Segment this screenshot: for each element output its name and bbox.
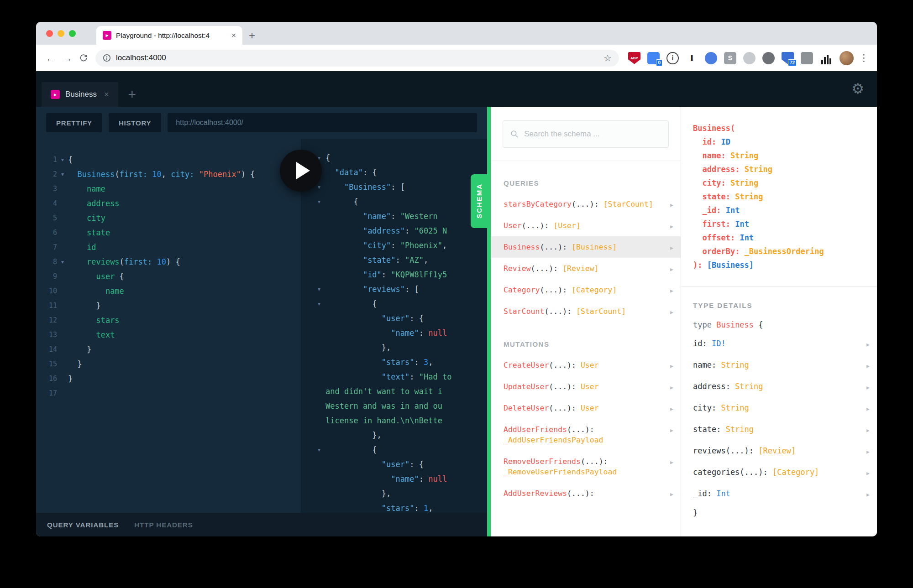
fold-caret-icon[interactable]: ▾ xyxy=(57,156,68,163)
reload-button[interactable] xyxy=(75,50,92,66)
type-field-categories[interactable]: categories(...): [Category]▸ xyxy=(681,462,877,483)
globe-extension-icon[interactable] xyxy=(705,52,717,64)
blue-doc-extension-icon[interactable]: 0 xyxy=(647,52,660,64)
adblock-plus-icon[interactable]: ABP xyxy=(628,52,640,64)
line-number: 9 xyxy=(36,272,57,281)
line-number: 16 xyxy=(36,375,57,383)
type-field-state[interactable]: state: String▸ xyxy=(681,419,877,440)
chevron-right-icon: ▸ xyxy=(670,457,673,468)
zoom-button[interactable] xyxy=(69,30,76,37)
fold-caret-icon[interactable]: ▾ xyxy=(57,259,68,265)
field-signature: Business( id: ID name: String address: S… xyxy=(681,107,877,287)
line-number: 1 xyxy=(36,156,57,164)
briefcase-extension-icon[interactable] xyxy=(801,52,813,64)
fold-caret-icon[interactable]: ▾ xyxy=(57,171,68,177)
site-info-icon[interactable] xyxy=(103,54,111,62)
query-code-line: 16} xyxy=(36,371,301,386)
schema-search-box[interactable] xyxy=(503,120,669,148)
moon-extension-icon[interactable] xyxy=(762,52,775,64)
bookmark-star-icon[interactable]: ☆ xyxy=(603,52,612,63)
profile-avatar[interactable] xyxy=(840,51,854,65)
result-code-line: "text": "Had to xyxy=(301,369,487,384)
browser-menu-icon[interactable]: ⋮ xyxy=(859,52,869,63)
schema-tab-button[interactable]: SCHEMA xyxy=(471,174,487,228)
line-number: 15 xyxy=(36,360,57,368)
schema-field-StarCount[interactable]: StarCount(...): [StarCount]▸ xyxy=(491,301,681,322)
type-field-city[interactable]: city: String▸ xyxy=(681,397,877,419)
http-headers-toggle[interactable]: HTTP HEADERS xyxy=(134,521,193,529)
close-button[interactable] xyxy=(46,30,53,37)
query-editor[interactable]: 1▾{2▾ Business(first: 10, city: "Phoenix… xyxy=(36,139,301,513)
line-number: 10 xyxy=(36,287,57,295)
result-code-line: "user": { xyxy=(301,311,487,326)
fold-caret-icon[interactable]: ▾ xyxy=(313,301,325,307)
result-code-line: "id": "KQPW8lFf1y5 xyxy=(301,267,487,282)
chevron-right-icon: ▸ xyxy=(670,243,673,253)
fold-caret-icon[interactable]: ▾ xyxy=(313,447,325,453)
playground-main: PRETTIFY HISTORY http://localhost:4000/ … xyxy=(36,107,877,536)
execute-query-button[interactable] xyxy=(280,150,322,192)
chevron-right-icon: ▸ xyxy=(670,264,673,275)
settings-gear-icon[interactable]: ⚙ xyxy=(851,80,864,97)
search-input[interactable] xyxy=(524,130,661,139)
browser-tab[interactable]: ▸ Playground - http://localhost:4 × xyxy=(96,26,242,45)
playground-tab-close-icon[interactable]: × xyxy=(104,90,109,99)
forward-button[interactable]: → xyxy=(59,50,75,66)
schema-panel-edge xyxy=(487,107,491,536)
prettify-button[interactable]: PRETTIFY xyxy=(46,113,102,132)
endpoint-url-field[interactable]: http://localhost:4000/ xyxy=(168,113,477,132)
signature-line: address: String xyxy=(693,162,868,176)
type-field-id[interactable]: id: ID!▸ xyxy=(681,333,877,354)
type-field-address[interactable]: address: String▸ xyxy=(681,376,877,397)
tab-close-icon[interactable]: × xyxy=(231,31,236,40)
history-button[interactable]: HISTORY xyxy=(109,113,161,132)
signature-line: _id: Int xyxy=(693,203,868,217)
info-extension-icon[interactable]: i xyxy=(666,52,679,64)
playground-tab-business[interactable]: ▸ Business × xyxy=(42,82,118,107)
type-closing-brace: } xyxy=(681,505,877,521)
schema-field-Business[interactable]: Business(...): [Business]▸ xyxy=(491,236,681,258)
type-details-header: TYPE DETAILS xyxy=(693,302,865,309)
schema-field-AddUserReviews[interactable]: AddUserReviews(...):▸ xyxy=(491,483,681,504)
type-field-name[interactable]: name: String▸ xyxy=(681,354,877,376)
type-field-_id[interactable]: _id: Int▸ xyxy=(681,483,877,505)
schema-field-RemoveUserFriends[interactable]: RemoveUserFriends(...): _RemoveUserFrien… xyxy=(491,451,681,483)
back-button[interactable]: ← xyxy=(42,50,59,66)
s-extension-icon[interactable]: S xyxy=(724,52,736,64)
schema-field-UpdateUser[interactable]: UpdateUser(...): User▸ xyxy=(491,376,681,397)
result-code-line: }, xyxy=(301,486,487,501)
query-variables-toggle[interactable]: QUERY VARIABLES xyxy=(47,521,119,529)
schema-field-starsByCategory[interactable]: starsByCategory(...): [StarCount]▸ xyxy=(491,193,681,215)
chevron-right-icon: ▸ xyxy=(670,361,673,371)
chevron-right-icon: ▸ xyxy=(866,447,870,457)
instapaper-extension-icon[interactable]: I xyxy=(686,52,698,64)
chevron-right-icon: ▸ xyxy=(866,404,870,414)
address-bar[interactable]: localhost:4000 ☆ xyxy=(95,50,619,67)
chevron-right-icon: ▸ xyxy=(670,382,673,393)
swirl-extension-icon[interactable] xyxy=(743,52,756,64)
chevron-right-icon: ▸ xyxy=(670,307,673,317)
playground-favicon-icon: ▸ xyxy=(103,31,111,40)
histogram-extension-icon[interactable] xyxy=(820,52,832,64)
fold-caret-icon[interactable]: ▾ xyxy=(313,286,325,292)
schema-field-Category[interactable]: Category(...): [Category]▸ xyxy=(491,279,681,301)
chevron-right-icon: ▸ xyxy=(866,382,870,393)
schema-field-DeleteUser[interactable]: DeleteUser(...): User▸ xyxy=(491,397,681,419)
fold-caret-icon[interactable]: ▾ xyxy=(313,198,325,205)
result-code-line: }, xyxy=(301,340,487,355)
schema-field-CreateUser[interactable]: CreateUser(...): User▸ xyxy=(491,354,681,376)
browser-toolbar: ← → localhost:4000 ☆ ABP0iIS72 ⋮ xyxy=(36,45,877,71)
schema-field-Review[interactable]: Review(...): [Review]▸ xyxy=(491,258,681,279)
schema-field-AddUserFriends[interactable]: AddUserFriends(...): _AddUserFriendsPayl… xyxy=(491,419,681,451)
type-field-reviews[interactable]: reviews(...): [Review]▸ xyxy=(681,440,877,462)
result-code-line: "address": "6025 N xyxy=(301,224,487,238)
query-code-line: 12 stars xyxy=(36,313,301,328)
result-code-line: Western and was in and ou xyxy=(301,399,487,413)
shield-72-extension-icon[interactable]: 72 xyxy=(782,52,794,64)
playground-add-tab-button[interactable]: + xyxy=(128,87,136,102)
schema-field-User[interactable]: User(...): [User]▸ xyxy=(491,215,681,236)
line-number: 14 xyxy=(36,345,57,354)
minimize-button[interactable] xyxy=(58,30,64,37)
new-tab-button[interactable]: + xyxy=(249,30,255,41)
query-code-line: 6 state xyxy=(36,225,301,240)
